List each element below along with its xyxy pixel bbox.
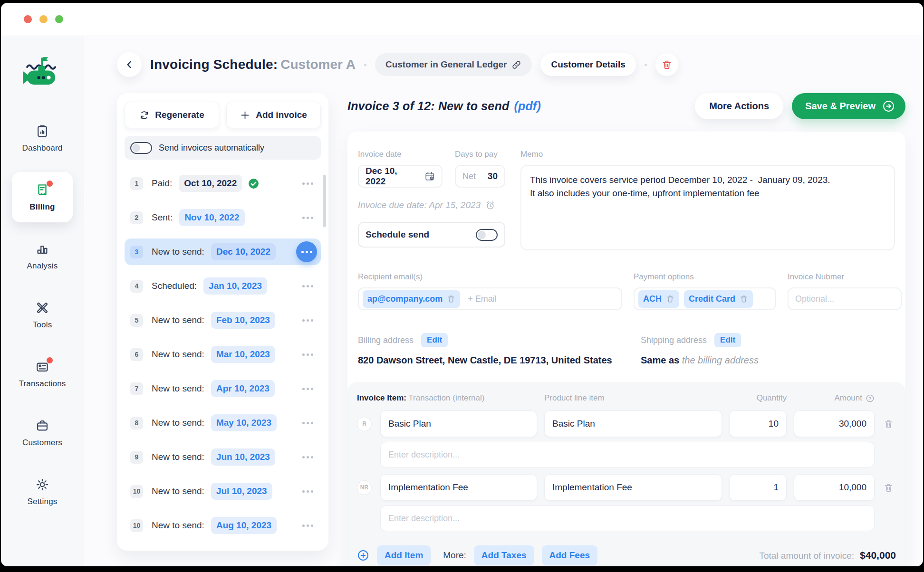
item-quantity-input[interactable] — [729, 410, 787, 437]
sidebar-item-label: Analysis — [27, 261, 58, 271]
invoice-item-row: NR — [357, 474, 896, 538]
auto-send-toggle[interactable] — [130, 142, 152, 154]
email-chip[interactable]: ap@company.com — [363, 290, 460, 308]
memo-textarea[interactable]: This invoice covers service period Decem… — [520, 165, 895, 250]
row-menu-button[interactable] — [296, 241, 317, 262]
payment-chip-credit-card[interactable]: Credit Card — [684, 290, 753, 308]
invoice-list-item-8[interactable]: 8 New to send: May 10, 2023 — [125, 410, 321, 436]
invoice-date-pill[interactable]: May 10, 2023 — [211, 414, 277, 431]
minimize-window-button[interactable] — [39, 15, 48, 23]
invoice-date-pill[interactable]: Jun 10, 2023 — [211, 448, 275, 466]
plus-circle-icon[interactable] — [357, 549, 369, 562]
invoice-list-item-1[interactable]: 1 Paid: Oct 10, 2022 — [125, 170, 321, 197]
invoice-list-item-3-selected[interactable]: 3 New to send: Dec 10, 2022 — [125, 238, 321, 265]
item-amount-input[interactable] — [794, 474, 875, 501]
sidebar-item-customers[interactable]: Customers — [12, 408, 73, 458]
pdf-link[interactable]: (pdf) — [514, 99, 541, 113]
row-menu-button[interactable] — [301, 384, 314, 394]
row-menu-button[interactable] — [301, 452, 314, 462]
days-to-pay-field[interactable]: Net 30 — [455, 165, 505, 188]
gear-icon — [35, 477, 50, 492]
list-scrollbar-thumb[interactable] — [323, 175, 326, 227]
item-description-input[interactable] — [380, 442, 875, 467]
item-transaction-input[interactable] — [380, 410, 537, 437]
arrow-right-circle-icon — [882, 100, 895, 113]
invoice-date-value: Dec 10, 2022 — [366, 166, 420, 187]
save-preview-button[interactable]: Save & Preview — [792, 93, 905, 119]
sidebar-item-label: Tools — [33, 320, 52, 330]
add-fees-button[interactable]: Add Fees — [542, 545, 598, 565]
trash-icon[interactable] — [447, 295, 455, 303]
invoice-date-pill[interactable]: Dec 10, 2022 — [211, 243, 276, 260]
edit-billing-address-button[interactable]: Edit — [421, 333, 448, 347]
invoice-number-badge: 3 — [130, 246, 143, 258]
invoice-list-item-11[interactable]: 10 New to send: Aug 10, 2023 — [125, 512, 321, 539]
invoice-date-pill[interactable]: Mar 10, 2023 — [211, 346, 275, 363]
help-circle-icon[interactable]: ? — [866, 394, 875, 403]
trash-icon[interactable] — [666, 295, 674, 303]
invoice-date-pill[interactable]: Apr 10, 2023 — [211, 380, 275, 397]
back-button[interactable] — [117, 52, 142, 77]
payment-options-field[interactable]: ACH Credit Card — [634, 287, 776, 310]
invoice-date-pill[interactable]: Nov 10, 2022 — [179, 209, 244, 226]
row-menu-button[interactable] — [301, 179, 314, 189]
sidebar-item-dashboard[interactable]: Dashboard — [12, 113, 73, 163]
trash-icon[interactable] — [740, 295, 748, 303]
item-product-input[interactable] — [544, 474, 722, 501]
invoice-date-pill[interactable]: Jan 10, 2023 — [203, 277, 267, 295]
row-menu-button[interactable] — [301, 213, 314, 223]
more-actions-button[interactable]: More Actions — [695, 93, 783, 119]
sidebar-item-billing[interactable]: Billing — [12, 172, 73, 222]
delete-item-button[interactable] — [882, 419, 895, 429]
add-invoice-button[interactable]: Add invoice — [226, 102, 321, 128]
customer-details-button[interactable]: Customer Details — [540, 53, 635, 76]
invoice-number-badge: 1 — [130, 177, 143, 190]
sidebar: Dashboard Billing — [1, 36, 84, 566]
invoice-list-item-7[interactable]: 7 New to send: Apr 10, 2023 — [125, 375, 321, 402]
sidebar-item-tools[interactable]: Tools — [12, 290, 73, 340]
item-quantity-input[interactable] — [729, 474, 787, 501]
payment-chip-ach[interactable]: ACH — [638, 290, 679, 308]
invoice-items-card: Invoice Item: Transaction (internal) Pro… — [347, 382, 905, 566]
row-menu-button[interactable] — [301, 418, 314, 428]
sidebar-item-settings[interactable]: Settings — [12, 467, 73, 517]
ledger-link-pill[interactable]: Customer in General Ledger — [375, 53, 532, 76]
sidebar-item-analysis[interactable]: Analysis — [12, 231, 73, 281]
edit-shipping-address-button[interactable]: Edit — [714, 333, 741, 347]
add-item-button[interactable]: Add Item — [377, 545, 431, 565]
recipient-emails-label: Recipient email(s) — [358, 272, 622, 282]
invoice-list-item-6[interactable]: 6 New to send: Mar 10, 2023 — [125, 341, 321, 368]
item-product-input[interactable] — [544, 410, 722, 437]
receipt-icon — [35, 182, 50, 198]
invoice-list-item-2[interactable]: 2 Sent: Nov 10, 2022 — [125, 204, 321, 231]
recipient-emails-field[interactable]: ap@company.com + Email — [358, 287, 622, 310]
invoice-date-field[interactable]: Dec 10, 2022 — [358, 165, 443, 188]
zoom-window-button[interactable] — [55, 15, 63, 23]
row-menu-button[interactable] — [301, 350, 314, 360]
add-taxes-button[interactable]: Add Taxes — [474, 545, 534, 565]
item-transaction-input[interactable] — [380, 474, 537, 501]
invoice-date-pill[interactable]: Jul 10, 2023 — [211, 483, 272, 500]
close-window-button[interactable] — [24, 15, 32, 23]
invoice-date-pill[interactable]: Feb 10, 2023 — [211, 312, 275, 329]
invoice-list-item-10[interactable]: 10 New to send: Jul 10, 2023 — [125, 478, 321, 505]
row-menu-button[interactable] — [301, 521, 314, 531]
schedule-send-toggle[interactable] — [476, 229, 498, 241]
sidebar-item-transactions[interactable]: Transactions — [12, 349, 73, 399]
item-amount-input[interactable] — [794, 410, 875, 437]
invoice-list-item-4[interactable]: 4 Scheduled: Jan 10, 2023 — [125, 273, 321, 299]
invoice-date-pill[interactable]: Aug 10, 2023 — [211, 517, 277, 534]
delete-schedule-button[interactable] — [655, 53, 678, 76]
row-menu-button[interactable] — [301, 315, 314, 325]
delete-item-button[interactable] — [882, 483, 895, 493]
invoice-list-item-5[interactable]: 5 New to send: Feb 10, 2023 — [125, 307, 321, 334]
invoice-number-input[interactable] — [788, 287, 902, 310]
row-menu-button[interactable] — [301, 281, 314, 291]
row-menu-button[interactable] — [301, 486, 314, 496]
invoice-list-item-9[interactable]: 9 New to send: Jun 10, 2023 — [125, 444, 321, 470]
regenerate-button[interactable]: Regenerate — [125, 102, 219, 128]
add-email-placeholder[interactable]: + Email — [468, 294, 497, 304]
billing-address-value: 820 Dawson Street, New Castle, DE 19713,… — [358, 355, 641, 366]
invoice-date-pill[interactable]: Oct 10, 2022 — [179, 175, 242, 192]
item-description-input[interactable] — [380, 505, 875, 531]
